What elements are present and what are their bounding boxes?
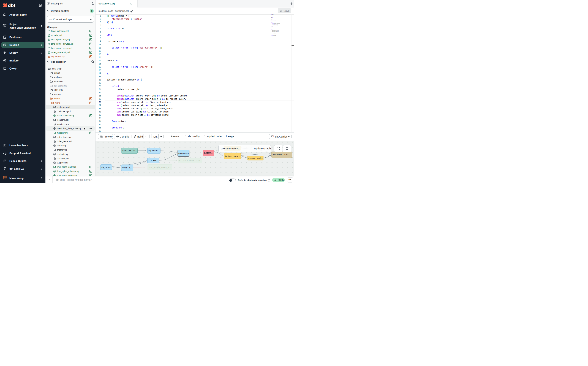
svg-text:?: ? — [269, 179, 269, 181]
